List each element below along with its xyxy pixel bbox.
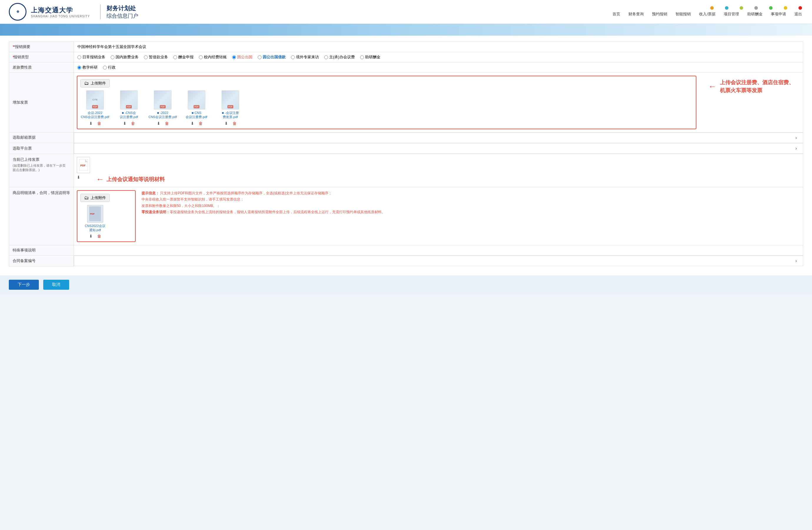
delete-btn-2[interactable]: 🗑 (131, 121, 135, 126)
download-btn-2[interactable]: ⬇ (123, 121, 127, 126)
hint-area: 提示信息： 只支持上传PDF和图片文件，文件严格按照选择顺序作为存储顺序，全选(… (142, 190, 800, 215)
upload-commodity-btn[interactable]: 🗂 上传附件 (80, 194, 110, 202)
nav-home[interactable]: 首页 (611, 11, 621, 17)
label-xuanze-pingtai: 选取平台票 (9, 143, 74, 154)
download-btn-3[interactable]: ⬇ (157, 121, 160, 126)
input-teshu-shixiang[interactable] (77, 248, 799, 253)
nav-area: 首页 财务查询 预约报销 智能报销 收入/票据 项目管理 助研酬金 事项申请 退… (611, 6, 803, 17)
nav-status-dots (710, 6, 803, 10)
nav-smart-reimbursement[interactable]: 智能报销 (674, 11, 692, 17)
delete-btn-5[interactable]: 🗑 (232, 121, 236, 126)
file-actions-2: ⬇ 🗑 (123, 121, 135, 126)
cell-xuanze-pingtai[interactable]: › (74, 143, 803, 154)
delete-commodity-btn-1[interactable]: 🗑 (97, 234, 101, 238)
next-step-button[interactable]: 下一步 (9, 280, 39, 290)
blue-bar (0, 24, 812, 36)
university-logo: ⊕ (9, 3, 27, 20)
nav-research-allowance[interactable]: 助研酬金 (746, 11, 764, 17)
hetong-expand-btn[interactable]: › (793, 258, 799, 264)
nav-logout[interactable]: 退出 (793, 11, 803, 17)
bottom-bar: 下一步 取消 (0, 275, 812, 294)
nav-matters-application[interactable]: 事项申请 (770, 11, 787, 17)
university-name: 上海交通大学 SHANGHAI JIAO TONG UNIVERSITY (31, 6, 90, 18)
label-hetong-beian: 合同备案编号 (9, 255, 74, 266)
download-btn-5[interactable]: ⬇ (224, 121, 228, 126)
cell-zengjia-fapiao: 🗂 上传附件 CiTE PDF 会议-2022CNS会议注册费.pdf (74, 73, 803, 132)
delete-btn-1[interactable]: 🗑 (97, 121, 101, 126)
main-content: **报销摘要 *报销类型 日常报销业务 国内旅费业务 暂借款业务 酬金申报 校内… (0, 36, 812, 275)
radio-guonei[interactable]: 国内旅费业务 (111, 55, 139, 60)
upload-material-annotation: ← 上传会议通知等说明材料 (96, 175, 165, 184)
row-xuanze-pingtai: 选取平台票 › (9, 143, 803, 154)
radio-xingzheng[interactable]: 行政 (103, 65, 116, 70)
download-btn-4[interactable]: ⬇ (191, 121, 194, 126)
pingtai-expand-btn[interactable]: › (793, 146, 799, 151)
nav-dot-2 (725, 6, 728, 10)
input-baoxiao-zhaiyao[interactable] (77, 45, 799, 49)
youxiang-expand-btn[interactable]: › (793, 135, 799, 140)
file-icon-2: PDF (120, 90, 138, 110)
radio-choujin[interactable]: 酬金申报 (173, 55, 193, 60)
commodity-file-list: PDF CNS2022会议通知.pdf ⬇ 🗑 (80, 205, 132, 239)
radio-zhuyanchoujin[interactable]: 助研酬金 (360, 55, 380, 60)
radio-yingong-chuguo[interactable]: 因公出国 (232, 55, 252, 60)
delete-btn-3[interactable]: 🗑 (165, 121, 169, 126)
download-already-btn[interactable]: ⬇ (77, 175, 80, 180)
nav-project-mgmt[interactable]: 项目管理 (723, 11, 740, 17)
portal-title: 财务计划处 综合信息门户 (100, 4, 138, 19)
cell-teshu-shixiang[interactable] (74, 245, 803, 255)
nav-dot-5 (769, 6, 772, 10)
row-xuanze-youxiang: 选取邮箱票据 › (9, 132, 803, 143)
portal-title-line1: 财务计划处 (106, 4, 138, 12)
nav-dot-7 (798, 6, 802, 10)
radio-jingwai-zhuanjia[interactable]: 境外专家来访 (291, 55, 319, 60)
hint-text-block: 提示信息： 只支持上传PDF和图片文件，文件严格按照选择顺序作为存储顺序，全选(… (142, 190, 800, 215)
label-zengjia-fapiao: 增加发票 (9, 73, 74, 132)
nav-links: 首页 财务查询 预约报销 智能报销 收入/票据 项目管理 助研酬金 事项申请 退… (611, 11, 803, 17)
commodity-file-icon-1: PDF (87, 205, 103, 223)
invoice-annotation: ← 上传会议注册费、酒店住宿费、 机票火车票等发票 (702, 76, 800, 97)
commodity-upload-area: 🗂 上传附件 PDF CNS2 (77, 190, 136, 242)
page-header: ⊕ 上海交通大学 SHANGHAI JIAO TONG UNIVERSITY 财… (0, 0, 812, 24)
cell-baoxiao-leixing: 日常报销业务 国内旅费业务 暂借款业务 酬金申报 校内经费转账 因公出国 因公出… (74, 52, 803, 62)
row-commodity: 商品明细清单，合同，情况说明等 🗂 上传附件 (9, 187, 803, 245)
label-teshu-shixiang: 特殊事项说明 (9, 245, 74, 255)
radio-zanjie[interactable]: 暂借款业务 (144, 55, 168, 60)
download-btn-1[interactable]: ⬇ (89, 121, 93, 126)
radio-huiyifei[interactable]: 主(承)办会议费 (324, 55, 355, 60)
cell-baoxiao-zhaiyao[interactable] (74, 42, 803, 52)
file-name-4: ■ CNS会议注册费.pdf (186, 111, 207, 119)
nav-dot-1 (710, 6, 714, 10)
nav-income-tickets[interactable]: 收入/票据 (698, 11, 717, 17)
row-chafei-zhizhi: 差旅费性质 教学科研 行政 (9, 62, 803, 73)
label-baoxiao-leixing: *报销类型 (9, 52, 74, 62)
yishang-content: PDF ⬇ ← 上传会议通知等说明材料 (77, 157, 800, 184)
row-teshu-shixiang: 特殊事项说明 (9, 245, 803, 255)
download-commodity-btn-1[interactable]: ⬇ (89, 234, 93, 238)
upload-invoice-btn[interactable]: 🗂 上传附件 (80, 79, 110, 87)
portal-title-line2: 综合信息门户 (106, 12, 138, 19)
cell-xuanze-youxiang[interactable]: › (74, 132, 803, 143)
radio-jiaoxue-keyan[interactable]: 教学科研 (77, 65, 98, 70)
pdf-preview-already: PDF (77, 157, 90, 173)
nav-finance-query[interactable]: 财务查询 (627, 11, 645, 17)
file-actions-4: ⬇ 🗑 (191, 121, 203, 126)
row-baoxiao-leixing: *报销类型 日常报销业务 国内旅费业务 暂借款业务 酬金申报 校内经费转账 因公… (9, 52, 803, 62)
radio-yingong-jiekuan[interactable]: 因公出国借款 (258, 55, 286, 60)
radio-group-chafei: 教学科研 行政 (77, 65, 799, 70)
pdf-icon-svg: PDF (79, 159, 88, 170)
upload-icon: 🗂 (84, 81, 89, 86)
label-chafei-zhizhi: 差旅费性质 (9, 62, 74, 73)
radio-richang[interactable]: 日常报销业务 (77, 55, 105, 60)
commodity-file-1: PDF CNS2022会议通知.pdf ⬇ 🗑 (80, 205, 110, 239)
upload-icon-commodity: 🗂 (84, 195, 89, 200)
row-hetong-beian: 合同备案编号 › (9, 255, 803, 266)
delete-btn-4[interactable]: 🗑 (199, 121, 203, 126)
radio-xiaonjf[interactable]: 校内经费转账 (199, 55, 227, 60)
cell-hetong-beian[interactable]: › (74, 255, 803, 266)
cancel-button[interactable]: 取消 (43, 280, 69, 290)
commodity-file-name-1: CNS2022会议通知.pdf (85, 224, 105, 232)
annotation-text-invoice: 上传会议注册费、酒店住宿费、 机票火车票等发票 (720, 79, 794, 95)
nav-appointment-reimbursement[interactable]: 预约报销 (651, 11, 668, 17)
invoice-file-3: PDF ■ -2022CNS会议注册费.pdf ⬇ 🗑 (148, 90, 177, 126)
